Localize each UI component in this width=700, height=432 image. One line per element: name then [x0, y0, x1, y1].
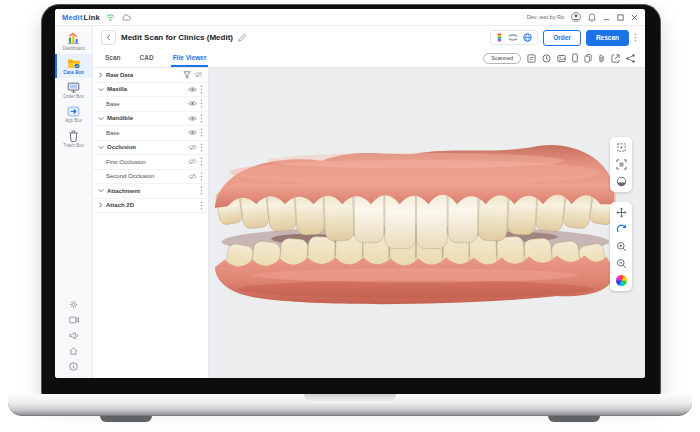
zoom-out-icon[interactable] — [616, 258, 627, 269]
close-icon[interactable] — [631, 14, 638, 21]
row-menu-icon[interactable] — [200, 201, 203, 210]
avatar-icon[interactable] — [571, 12, 581, 22]
row-menu-icon[interactable] — [200, 128, 203, 137]
color-map-icon[interactable] — [496, 33, 503, 42]
tree-row-mandible-base[interactable]: Base — [93, 126, 208, 141]
tree-row-attach-2d[interactable]: Attach 2D — [93, 199, 208, 214]
zoom-in-icon[interactable] — [616, 241, 627, 252]
row-menu-icon[interactable] — [200, 99, 203, 108]
tree-row-second-occlusion[interactable]: Second Occlusion — [93, 170, 208, 185]
zoom-to-fit-icon[interactable] — [616, 159, 627, 170]
order-button[interactable]: Order — [543, 30, 581, 46]
titlebar: MeditLink Dev. test by Ro — [55, 9, 645, 26]
rescan-button[interactable]: Rescan — [586, 30, 629, 46]
maximize-icon[interactable] — [617, 14, 624, 21]
tree-row-attachment[interactable]: Attachment — [93, 184, 208, 199]
tree-row-mandible[interactable]: Mandible — [93, 112, 208, 127]
view-toolbar-top — [610, 137, 632, 192]
row-menu-icon[interactable] — [200, 186, 203, 195]
camera-icon[interactable] — [69, 316, 79, 324]
pencil-icon[interactable] — [238, 34, 246, 42]
tree-row-label: Mandible — [107, 115, 133, 121]
tree-row-first-occlusion[interactable]: First Occlusion — [93, 155, 208, 170]
visibility-on-icon[interactable] — [188, 115, 197, 122]
sidebar-item-label: App Box — [65, 118, 82, 123]
back-button[interactable] — [101, 30, 116, 45]
tab-cad[interactable]: CAD — [138, 49, 156, 67]
row-menu-icon[interactable] — [200, 172, 203, 181]
tree-row-maxilla[interactable]: Maxilla — [93, 83, 208, 98]
visibility-off-icon[interactable] — [188, 173, 197, 180]
laptop-mockup: MeditLink Dev. test by Ro Dashboard Case — [0, 0, 700, 432]
capture-icon[interactable] — [557, 54, 566, 63]
tree-row-occlusion[interactable]: Occlusion — [93, 141, 208, 156]
visibility-on-icon[interactable] — [188, 86, 197, 93]
app-box-icon — [67, 106, 80, 117]
case-header: Medit Scan for Clinics (Medit) Order Res… — [93, 26, 645, 49]
announcement-icon[interactable] — [69, 331, 79, 340]
web-viewer-icon[interactable] — [523, 33, 532, 42]
history-icon[interactable] — [542, 54, 551, 63]
copy-icon[interactable] — [584, 54, 592, 63]
row-menu-icon[interactable] — [200, 157, 203, 166]
collapse-icon — [98, 72, 103, 78]
export-icon[interactable] — [611, 54, 620, 63]
dental-scan-model[interactable] — [210, 131, 621, 307]
sidebar-item-dashboard[interactable]: Dashboard — [55, 28, 92, 54]
minimize-icon[interactable] — [603, 14, 610, 21]
case-box-folder-icon — [67, 58, 80, 69]
tree-row-maxilla-base[interactable]: Base — [93, 97, 208, 112]
sidebar-item-label: Trash Box — [63, 143, 83, 148]
sidebar-item-trash-box[interactable]: Trash Box — [55, 126, 92, 151]
visibility-on-icon[interactable] — [188, 129, 197, 136]
share-icon[interactable] — [626, 54, 635, 63]
dashboard-icon — [67, 32, 80, 45]
tree-row-label: Attach 2D — [106, 202, 134, 208]
row-menu-icon[interactable] — [200, 143, 203, 152]
visibility-off-icon[interactable] — [188, 158, 197, 165]
filter-icon[interactable] — [183, 71, 191, 79]
tree-row-label: Raw Data — [106, 72, 133, 78]
model-tree-panel: Raw Data Maxilla Base — [93, 68, 209, 378]
mobile-icon[interactable] — [572, 53, 578, 63]
sidebar-item-case-box[interactable]: Case Box — [55, 54, 92, 78]
sidebar-item-order-box[interactable]: Order Box — [55, 78, 92, 102]
view-toolbar-bottom — [610, 202, 632, 291]
user-name: Dev. test by Ro — [527, 14, 564, 20]
sidebar-item-app-box[interactable]: App Box — [55, 102, 92, 126]
row-menu-icon[interactable] — [200, 114, 203, 123]
tree-row-label: Maxilla — [107, 86, 127, 92]
fit-view-icon[interactable] — [616, 142, 627, 153]
occlusion-icon[interactable] — [508, 33, 518, 42]
info-icon[interactable] — [69, 362, 78, 371]
tab-scan[interactable]: Scan — [103, 49, 123, 67]
tree-row-label: Second Occlusion — [106, 173, 154, 179]
visibility-off-icon[interactable] — [188, 144, 197, 151]
tree-row-label: Base — [106, 130, 120, 136]
home-icon[interactable] — [69, 347, 78, 355]
bell-icon[interactable] — [588, 13, 596, 22]
row-menu-icon[interactable] — [200, 85, 203, 94]
tree-row-label: First Occlusion — [106, 159, 146, 165]
main-area: Medit Scan for Clinics (Medit) Order Res… — [93, 26, 645, 378]
display-mode-icon[interactable] — [616, 176, 627, 187]
settings-gear-icon[interactable] — [69, 300, 78, 309]
3d-viewer[interactable] — [209, 68, 645, 378]
case-title: Medit Scan for Clinics (Medit) — [121, 33, 233, 42]
visibility-off-icon[interactable] — [194, 71, 203, 78]
expand-icon — [98, 145, 104, 150]
tab-file-viewer[interactable]: File Viewer — [171, 49, 209, 67]
color-texture-icon[interactable] — [616, 275, 627, 286]
tree-row-raw-data[interactable]: Raw Data — [93, 68, 208, 83]
attachment-icon[interactable] — [598, 54, 605, 63]
move-icon[interactable] — [616, 207, 627, 218]
wifi-icon — [106, 14, 115, 21]
more-menu-icon[interactable] — [634, 33, 637, 42]
tab-bar: Scan CAD File Viewer Scanned — [93, 49, 645, 68]
order-box-monitor-icon — [67, 82, 80, 93]
tree-row-label: Attachment — [107, 188, 140, 194]
app-logo: MeditLink — [62, 13, 100, 22]
memo-icon[interactable] — [527, 54, 536, 63]
visibility-on-icon[interactable] — [188, 100, 197, 107]
rotate-icon[interactable] — [616, 224, 627, 235]
